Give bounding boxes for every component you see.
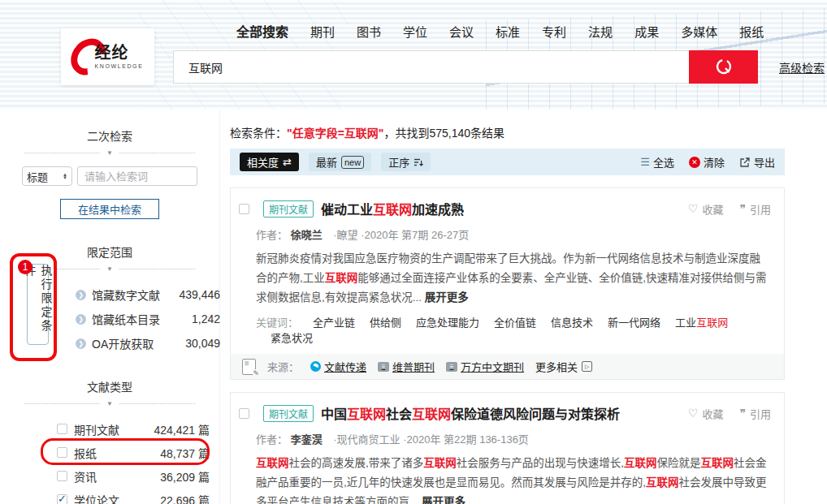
keyword-link[interactable]: 新一代网络 (608, 314, 660, 330)
scope-item-count: 30,049 (185, 337, 220, 350)
cite-label: 引用 (750, 406, 771, 421)
sort-ascending-icon (414, 157, 423, 167)
source-link-weipu[interactable]: ≡ 维普期刊 (378, 359, 435, 374)
author-name[interactable]: 徐晓兰 (291, 229, 323, 241)
checkbox-checked[interactable] (57, 494, 67, 504)
scope-item-digital[interactable]: ❯ 馆藏数字文献 439,446 (76, 282, 220, 307)
nav-tab-all-search[interactable]: 全部搜索 (236, 21, 288, 41)
search-button[interactable] (689, 50, 758, 84)
keyword-link[interactable]: 紧急状况 (271, 330, 313, 345)
keyword-link[interactable]: 工业互联网 (675, 314, 728, 330)
favorite-button[interactable]: ♡ 收藏 (688, 406, 724, 421)
nav-tab-multimedia[interactable]: 多媒体 (681, 23, 717, 40)
document-pen-icon (242, 359, 256, 375)
source-label: 来源： (267, 359, 299, 374)
checkbox[interactable] (57, 471, 67, 481)
source-link-wanfang[interactable]: ≡ 万方中文期刊 (446, 359, 524, 374)
source-link-label: 文献传递 (324, 359, 366, 374)
doc-type-news[interactable]: 资讯 36,209 篇 (57, 464, 210, 488)
sort-order-button[interactable]: 正序 (381, 153, 431, 171)
author-name[interactable]: 李銮淏 (291, 433, 323, 446)
keyword-link[interactable]: 信息技术 (551, 314, 593, 330)
doc-type-thesis[interactable]: 学位论文 22,696 篇 (57, 488, 210, 504)
publication-meta: ·现代商贸工业 ·2020年 第22期 136-136页 (333, 433, 529, 446)
result-checkbox[interactable] (239, 204, 249, 214)
nav-tab-standard[interactable]: 标准 (496, 23, 520, 40)
section-divider: ▼ (24, 149, 195, 157)
circle-arrow-icon: ❯ (76, 290, 86, 300)
quote-icon: ❞ (739, 407, 746, 420)
result-checkbox[interactable] (239, 408, 249, 419)
favorite-label: 收藏 (702, 201, 723, 217)
doc-type-section: 文献类型 ▼ 期刊文献 424,421 篇 报纸 48,737 篇 资讯 36,… (0, 378, 219, 504)
keyword-link[interactable]: 全产业链 (313, 314, 355, 330)
scope-item-label: 馆藏纸本目录 (92, 311, 160, 327)
swap-arrows-icon: ⇄ (283, 156, 292, 168)
nav-tab-patent[interactable]: 专利 (542, 23, 566, 40)
doc-type-label: 学位论文 (74, 492, 119, 504)
section-divider: ▼ (24, 400, 195, 407)
search-icon (713, 57, 734, 78)
source-link-label: 维普期刊 (392, 359, 435, 374)
sort-newest-button[interactable]: 最新 new (309, 153, 371, 171)
expand-more-button[interactable]: 展开更多 (422, 496, 465, 504)
sort-relevance-label: 相关度 (247, 154, 279, 170)
clear-x-icon: ✕ (689, 157, 700, 168)
sort-order-label: 正序 (388, 154, 409, 170)
nav-tab-book[interactable]: 图书 (357, 23, 381, 40)
export-button[interactable]: 导出 (739, 154, 775, 170)
nav-tab-achievement[interactable]: 成果 (634, 23, 659, 40)
search-bar: 高级检索 (173, 50, 825, 84)
nav-tab-regulation[interactable]: 法规 (588, 23, 613, 40)
cite-button[interactable]: ❞ 引用 (739, 406, 771, 421)
result-title-link[interactable]: 催动工业互联网加速成熟 (321, 199, 464, 218)
condition-prefix: 检索条件： (230, 127, 287, 140)
source-link-transfer[interactable]: 文献传递 (310, 359, 366, 374)
nav-tab-journal[interactable]: 期刊 (310, 23, 335, 40)
search-input[interactable] (173, 50, 689, 84)
doc-type-label: 报纸 (74, 445, 97, 461)
scope-item-paper-catalog[interactable]: ❯ 馆藏纸本目录 1,242 (76, 307, 220, 331)
top-banner: 经纶 KNOWLEDGE 全部搜索 期刊 图书 学位 会议 标准 专利 法规 成… (0, 0, 827, 110)
circle-arrow-icon: ❯ (76, 314, 86, 325)
select-all-label: 全选 (653, 154, 674, 170)
secondary-search-input[interactable] (77, 166, 197, 186)
nav-tab-newspaper[interactable]: 报纸 (739, 23, 764, 40)
arrow-right-box-icon: ▷ (582, 361, 592, 372)
abstract: 新冠肺炎疫情对我国应急医疗物资的生产调配带来了巨大挑战。作为新一代网络信息技术与… (231, 242, 784, 308)
favorite-button[interactable]: ♡ 收藏 (688, 201, 724, 217)
result-card-1: 期刊文献 催动工业互联网加速成熟 ♡ 收藏 ❞ 引用 作者： 徐晓兰 ·瞭望 ·… (230, 187, 785, 380)
sort-relevance-button[interactable]: 相关度 ⇄ (240, 153, 299, 171)
checkbox[interactable] (57, 424, 67, 434)
scope-item-oa[interactable]: ❯ OA开放获取 30,049 (76, 331, 220, 355)
search-in-results-button[interactable]: 在结果中检索 (60, 199, 159, 219)
nav-tab-degree[interactable]: 学位 (403, 23, 427, 40)
keyword-link[interactable]: 应急处理能力 (416, 314, 479, 330)
doc-type-newspaper[interactable]: 报纸 48,737 篇 (57, 441, 210, 464)
nav-tab-conference[interactable]: 会议 (449, 23, 474, 40)
expand-more-button[interactable]: 展开更多 (425, 291, 469, 304)
field-select[interactable]: 标题 ▲▼ (22, 166, 72, 186)
more-related-button[interactable]: 更多相关 ▷ (535, 359, 592, 374)
clear-button[interactable]: ✕ 清除 (689, 154, 725, 170)
database-icon: ≡ (378, 362, 389, 372)
abstract: 互联网社会的高速发展,带来了诸多互联网社会服务与产品的出现与快速增长,互联网保险… (231, 446, 784, 504)
keyword-link[interactable]: 全价值链 (494, 314, 536, 330)
condition-value: "任意字段=互联网" (287, 127, 383, 140)
select-all-button[interactable]: ☰ 全选 (640, 154, 674, 170)
result-title-link[interactable]: 中国互联网社会互联网保险道德风险问题与对策探析 (321, 403, 620, 423)
author-line: 作者： 徐晓兰 ·瞭望 ·2020年 第7期 26-27页 (231, 218, 784, 242)
apply-filters-button[interactable]: 执行限定条件 (27, 264, 49, 345)
doc-type-journal[interactable]: 期刊文献 424,421 篇 (57, 417, 210, 441)
advanced-search-link[interactable]: 高级检索 (779, 59, 825, 75)
cite-button[interactable]: ❞ 引用 (739, 201, 771, 217)
logo[interactable]: 经纶 KNOWLEDGE (61, 28, 154, 85)
logo-en-text: KNOWLEDGE (95, 63, 144, 69)
quote-icon: ❞ (739, 202, 746, 215)
doc-type-count: 48,737 篇 (160, 445, 210, 461)
doc-type-count: 424,421 篇 (154, 421, 210, 437)
favorite-label: 收藏 (702, 406, 723, 421)
sort-newest-label: 最新 (316, 154, 337, 170)
checkbox[interactable] (57, 447, 67, 458)
keyword-link[interactable]: 供给侧 (370, 314, 401, 330)
